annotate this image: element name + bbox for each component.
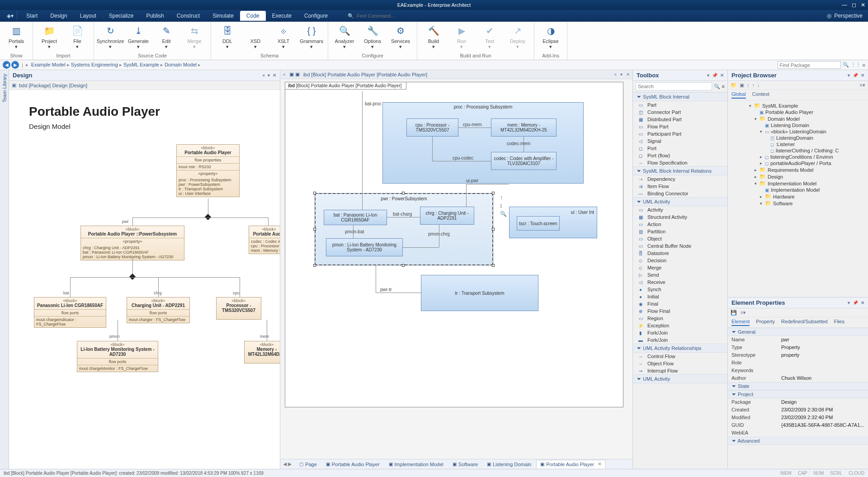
ribbon-tab-design[interactable]: Design xyxy=(44,11,73,21)
ribbon-tab-specialize[interactable]: Specialize xyxy=(103,11,140,21)
tab-nav-arrows[interactable]: ◀ ▶ xyxy=(283,461,292,467)
props-row[interactable]: PackageDesign xyxy=(728,398,868,406)
ribbon-tab-start[interactable]: Start xyxy=(20,11,44,21)
ribbon-tab-publish[interactable]: Publish xyxy=(140,11,170,21)
tree-item[interactable]: ▾📁SysML Example xyxy=(730,102,866,109)
ribbon-portals-button[interactable]: ▥Portals▾ xyxy=(3,23,30,51)
block-chrg[interactable]: «block» Charging Unit - ADP2291 flow por… xyxy=(127,297,190,323)
props-group-header[interactable]: ⏷ General xyxy=(728,328,868,336)
props-row[interactable]: Namepwr xyxy=(728,336,868,344)
quick-tools[interactable]: ↑ ⟟ 🔍 xyxy=(500,194,507,217)
toolbox-item[interactable]: ◻Port (flow) xyxy=(633,152,727,159)
toolbox-item[interactable]: ▭Activity xyxy=(633,206,727,213)
ribbon-tab-construct[interactable]: Construct xyxy=(170,11,206,21)
float-icon[interactable]: ▾ xyxy=(268,73,270,78)
toolbox-item[interactable]: ▭Action xyxy=(633,221,727,228)
ribbon-xslt-button[interactable]: ⟐XSLT▾ xyxy=(270,23,297,51)
new-folder-icon[interactable]: 📁 xyxy=(731,82,737,88)
close-tab-icon[interactable]: ✕ xyxy=(626,72,630,77)
ribbon-ddl-button[interactable]: 🗄DDL▾ xyxy=(214,23,241,51)
close-tab-icon[interactable]: ✕ xyxy=(598,461,602,467)
list-view-icon[interactable]: ≡ xyxy=(863,62,865,68)
props-tab[interactable]: Files xyxy=(834,319,844,326)
toolbox-item[interactable]: ▭Central Buffer Node xyxy=(633,242,727,250)
toolbox-item[interactable]: ▦Structured Activity xyxy=(633,213,727,221)
expand-left-icon[interactable]: « xyxy=(283,72,286,77)
props-group-header[interactable]: ⏷ Advanced xyxy=(728,437,868,445)
props-tab[interactable]: Property xyxy=(756,319,775,326)
tree-item[interactable]: ◫ListeningDomain xyxy=(730,135,866,141)
toolbox-item[interactable]: —Binding Connector xyxy=(633,190,727,197)
ibd-mem[interactable]: mem : Memory - MT42L32M64D2KH-25 xyxy=(491,118,557,137)
block-portable-audio-player[interactable]: «block» Portable Audio Player flow prope… xyxy=(176,144,240,197)
down-icon[interactable]: ↓ xyxy=(757,82,760,88)
find-command-input[interactable] xyxy=(357,13,420,19)
toolbox-group-header[interactable]: ⏷ UML Activity Relationships xyxy=(633,344,727,353)
props-tab[interactable]: Redefined/Subsetted xyxy=(781,319,828,326)
link-icon[interactable]: ⟟ xyxy=(500,203,507,209)
nav-back-button[interactable]: ◀ xyxy=(3,61,10,69)
up-icon[interactable]: ↑ xyxy=(752,82,755,88)
tree-item[interactable]: ▸📁Requirements Model xyxy=(730,166,866,173)
tree-item[interactable]: ▣Listening Domain xyxy=(730,122,866,128)
ibd-bat[interactable]: bat : Panasonic Li-Ion CGR18650AF xyxy=(324,210,387,225)
center-tab-label[interactable]: ibd [Block] Portable Audio Player [Porta… xyxy=(303,72,428,77)
toolbox-group-header[interactable]: ⏷ SysML Block Internal Relations xyxy=(633,166,727,175)
diagram-tab[interactable]: ▣Software xyxy=(448,460,482,468)
toolbox-item[interactable]: ⇝Interrupt Flow xyxy=(633,367,727,374)
tree-item[interactable]: ▸◻listeningConditions / Environ xyxy=(730,154,866,160)
arrow-up-icon[interactable]: ↑ xyxy=(500,194,507,201)
toolbox-item[interactable]: ▥Partition xyxy=(633,228,727,235)
breadcrumb-item[interactable]: Systems Engineering xyxy=(71,62,118,67)
center-canvas[interactable]: ibd [Block] Portable Audio Player [Porta… xyxy=(280,79,632,459)
minimize-icon[interactable]: — xyxy=(842,2,847,8)
ribbon-analyzer-button[interactable]: 🔍Analyzer▾ xyxy=(331,23,358,51)
breadcrumb-item[interactable]: Example Model xyxy=(31,62,66,67)
diagram-tab[interactable]: ▣Portable Audio Player✕ xyxy=(536,460,606,468)
perspective-icon[interactable]: ◎ xyxy=(827,13,831,19)
toolbox-item[interactable]: ▭Part xyxy=(633,101,727,109)
pin-icon[interactable]: ▾ xyxy=(848,300,850,305)
browser-tab-global[interactable]: Global xyxy=(731,91,746,99)
tree-item[interactable]: ▸📁Hardware xyxy=(730,193,866,200)
close-pane-icon[interactable]: ✕ xyxy=(720,73,724,78)
close-pane-icon[interactable]: ✕ xyxy=(861,73,864,78)
toolbox-item[interactable]: ⚡Exception xyxy=(633,322,727,329)
tree-item[interactable]: ▾📁Domain Model xyxy=(730,115,866,122)
find-command[interactable]: 🔍 xyxy=(348,13,420,19)
toolbox-item[interactable]: ◇Decision xyxy=(633,257,727,264)
app-menu-button[interactable]: ◈▾ xyxy=(4,11,17,21)
props-row[interactable]: AuthorChuck Wilson xyxy=(728,374,868,382)
diagram-tab[interactable]: ▣Listening Domain xyxy=(483,460,535,468)
maximize-icon[interactable]: ◻ xyxy=(852,2,856,8)
props-row[interactable]: Modified23/02/2009 2:32:40 PM xyxy=(728,414,868,421)
find-package-input[interactable] xyxy=(778,61,841,69)
toolbox-group-header[interactable]: ⏷ UML Activity xyxy=(633,197,727,206)
breadcrumb-item[interactable]: SysML Example xyxy=(123,62,159,67)
tree-item[interactable]: ▣Portable Audio Player xyxy=(730,109,866,115)
ribbon-generate-button[interactable]: ⤓Generate▾ xyxy=(125,23,152,51)
toolbox-item[interactable]: →Control Flow xyxy=(633,353,727,360)
tree-item[interactable]: ▾▭«block» ListeningDomain xyxy=(730,128,866,135)
ribbon-grammars-button[interactable]: { }Grammars▾ xyxy=(298,23,325,51)
diagram-tab[interactable]: ▣Portable Audio Player xyxy=(322,460,384,468)
ribbon-services-button[interactable]: ⚙Services▾ xyxy=(387,23,414,51)
ribbon-synchronize-button[interactable]: ↻Synchronize▾ xyxy=(97,23,124,51)
toolbox-item[interactable]: ▭Object xyxy=(633,235,727,242)
toolbox-item[interactable]: 🗄Datastore xyxy=(633,250,727,257)
props-row[interactable]: GUID{435B1A3E-56FA-4887-858C-A7A1... xyxy=(728,421,868,429)
toolbox-item[interactable]: →Flow Specification xyxy=(633,159,727,166)
tree-item[interactable]: ▸◻portableAudioPlayer / Porta xyxy=(730,160,866,166)
block-mem[interactable]: «block» Memory - MT42L32M64D2K xyxy=(244,341,280,364)
options-icon[interactable]: ≡▾ xyxy=(741,310,746,316)
diagram-tab[interactable]: ▢Page xyxy=(295,460,321,468)
tree-item[interactable]: ▸📁Design xyxy=(730,173,866,180)
toolbox-item[interactable]: ◁Signal xyxy=(633,137,727,145)
toolbox-search-input[interactable] xyxy=(636,82,712,90)
toolbox-item[interactable]: ▦Distributed Part xyxy=(633,116,727,123)
toolbox-item[interactable]: ⇢Dependency xyxy=(633,175,727,183)
props-group-header[interactable]: ⏷ State xyxy=(728,382,868,390)
tree-item[interactable]: ▾📁Software xyxy=(730,200,866,207)
collapse-icon[interactable]: « xyxy=(262,73,265,78)
save-icon[interactable]: 💾 xyxy=(731,310,737,316)
